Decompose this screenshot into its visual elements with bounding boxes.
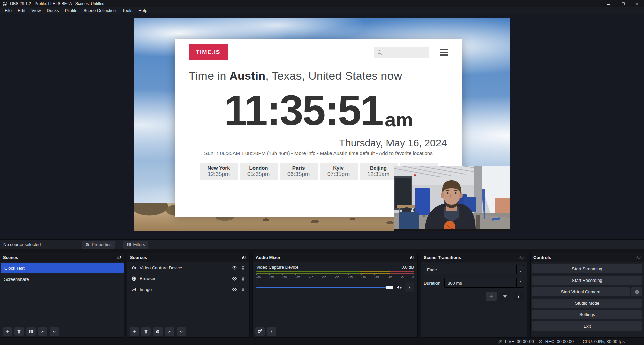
virtual-camera-config-button[interactable]: [631, 287, 642, 296]
eye-icon[interactable]: [232, 265, 237, 270]
trash-icon: [17, 329, 21, 334]
maximize-button[interactable]: [616, 0, 630, 7]
duration-spin-arrows[interactable]: [516, 278, 524, 287]
unlock-icon[interactable]: [240, 265, 245, 270]
start-recording-button[interactable]: Start Recording: [532, 276, 642, 285]
duration-row: Duration 300 ms: [424, 278, 524, 288]
mixer-menu-button[interactable]: [267, 327, 276, 336]
more-info-link: More info: [294, 150, 316, 156]
hamburger-menu-icon: [440, 49, 448, 56]
city-time-london: London05:35pm: [240, 163, 278, 180]
speaker-icon[interactable]: [396, 284, 402, 290]
close-button[interactable]: [630, 0, 644, 7]
move-source-down-button[interactable]: [177, 327, 186, 336]
double-gear-icon: [258, 329, 263, 334]
mixer-channel: Video Capture Device 0.0 dB -60-55-50-45…: [253, 262, 417, 292]
advanced-audio-button[interactable]: [255, 327, 265, 336]
obs-logo-icon: [2, 1, 7, 6]
status-bar: LIVE: 00:00:00 REC: 00:00:00 CPU: 0.6%, …: [0, 338, 644, 345]
webcam-video-source[interactable]: [394, 166, 510, 231]
duration-spinbox[interactable]: 300 ms: [444, 278, 524, 288]
scene-filters-button[interactable]: [26, 327, 36, 336]
filters-button[interactable]: Filters: [123, 241, 148, 249]
menu-help[interactable]: Help: [135, 8, 150, 13]
scene-item-screenshare[interactable]: Screenshare: [0, 274, 124, 284]
menu-tools[interactable]: Tools: [119, 8, 135, 13]
remove-source-button[interactable]: [141, 327, 151, 336]
mixer-channel-name: Video Capture Device: [256, 265, 298, 270]
menu-view[interactable]: View: [28, 8, 44, 13]
popout-icon[interactable]: [519, 255, 524, 260]
docks-row: Scenes Clock Test Screenshare Sources Vi…: [0, 253, 644, 338]
live-status: LIVE: 00:00:00: [498, 339, 534, 344]
add-transition-button[interactable]: [486, 292, 497, 301]
menu-docks[interactable]: Docks: [44, 8, 62, 13]
start-virtual-camera-button[interactable]: Start Virtual Camera: [532, 287, 630, 296]
exit-button[interactable]: Exit: [532, 321, 642, 331]
audio-mixer-dock-header[interactable]: Audio Mixer: [253, 253, 417, 262]
kebab-icon: [407, 285, 412, 290]
source-item-browser[interactable]: Browser: [127, 273, 249, 284]
minimize-icon: [606, 1, 611, 6]
window-title: OBS 29.1.2 - Profile: LLHLS BETA - Scene…: [10, 1, 104, 6]
controls-dock-header[interactable]: Controls: [531, 253, 644, 262]
transition-select-arrows[interactable]: [516, 265, 524, 274]
popout-icon[interactable]: [410, 255, 415, 260]
sources-dock-header[interactable]: Sources: [127, 253, 249, 262]
timeis-clock: 11:35:51: [224, 87, 383, 134]
maximize-icon: [621, 2, 625, 6]
rec-status: REC: 00:00:00: [538, 339, 574, 344]
menu-profile[interactable]: Profile: [62, 8, 80, 13]
scenes-dock-header[interactable]: Scenes: [0, 253, 124, 262]
scenes-dock: Scenes Clock Test Screenshare: [0, 253, 124, 338]
unlock-icon[interactable]: [240, 287, 245, 292]
meter-tickmarks: [256, 274, 414, 275]
menu-edit[interactable]: Edit: [15, 8, 28, 13]
unlock-icon[interactable]: [240, 276, 245, 281]
transition-select[interactable]: Fade: [424, 265, 524, 274]
eye-icon[interactable]: [232, 276, 237, 281]
settings-button[interactable]: Settings: [532, 310, 642, 319]
start-streaming-button[interactable]: Start Streaming: [532, 264, 642, 273]
mixer-toolbar: [255, 327, 415, 336]
properties-button[interactable]: Properties: [82, 241, 115, 249]
popout-icon[interactable]: [242, 255, 247, 260]
scene-item-clock-test[interactable]: Clock Test: [1, 263, 124, 273]
menu-file[interactable]: File: [2, 8, 15, 13]
move-scene-up-button[interactable]: [38, 327, 47, 336]
add-scene-button[interactable]: [3, 327, 12, 336]
transition-menu-button[interactable]: [513, 292, 524, 301]
kebab-icon: [516, 294, 521, 299]
program-canvas[interactable]: TIME.IS Time in Austin, Texas, United St…: [134, 18, 510, 231]
preview-area: TIME.IS Time in Austin, Texas, United St…: [0, 14, 644, 239]
popout-icon[interactable]: [636, 255, 641, 260]
volume-slider[interactable]: [256, 287, 393, 288]
city-time-newyork: New York12:35pm: [200, 163, 238, 180]
city-time-paris: Paris06:35pm: [280, 163, 318, 180]
mixer-channel-menu-button[interactable]: [405, 282, 414, 292]
source-properties-button[interactable]: [153, 327, 163, 336]
source-item-image[interactable]: Image: [127, 284, 249, 294]
duration-value: 300 ms: [448, 281, 462, 286]
move-source-up-button[interactable]: [165, 327, 174, 336]
volume-slider-handle[interactable]: [386, 286, 393, 289]
scenes-dock-title: Scenes: [3, 255, 18, 260]
globe-icon: [131, 276, 136, 281]
eye-icon[interactable]: [232, 287, 237, 292]
selected-source-toolbar: No source selected Properties Filters: [0, 239, 644, 249]
source-item-video-capture[interactable]: Video Capture Device: [127, 263, 249, 273]
studio-mode-button[interactable]: Studio Mode: [532, 299, 642, 308]
gear-icon: [635, 290, 639, 294]
gear-icon: [85, 242, 90, 247]
add-source-button[interactable]: [130, 327, 139, 336]
chevron-up-icon: [519, 280, 522, 283]
timeis-heading: Time in Austin, Texas, United States now: [175, 60, 462, 82]
remove-transition-button[interactable]: [499, 292, 510, 301]
chevron-up-icon: [519, 267, 522, 270]
menu-scene-collection[interactable]: Scene Collection: [80, 8, 119, 13]
popout-icon[interactable]: [116, 255, 121, 260]
scene-transitions-dock-header[interactable]: Scene Transitions: [421, 253, 527, 262]
minimize-button[interactable]: [602, 0, 616, 7]
move-scene-down-button[interactable]: [50, 327, 59, 336]
remove-scene-button[interactable]: [14, 327, 24, 336]
